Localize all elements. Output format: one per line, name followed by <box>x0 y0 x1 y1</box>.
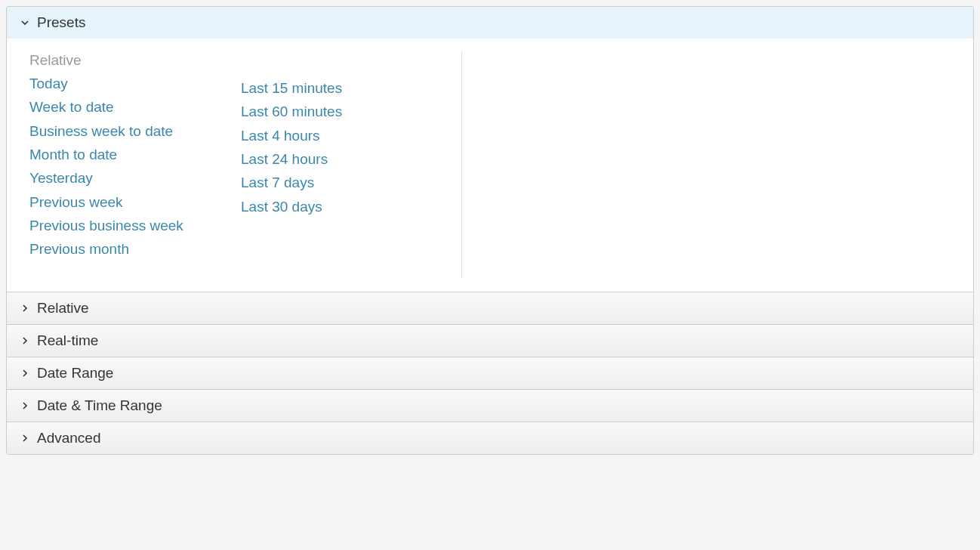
preset-previous-month[interactable]: Previous month <box>29 237 129 261</box>
presets-column-1: Relative Today Week to date Business wee… <box>29 52 241 261</box>
presets-section-header[interactable]: Presets <box>7 7 973 39</box>
preset-last-7-days[interactable]: Last 7 days <box>241 171 314 194</box>
realtime-section-header[interactable]: Real-time <box>7 324 973 357</box>
presets-column-2: Last 15 minutes Last 60 minutes Last 4 h… <box>241 52 452 261</box>
relative-section-header[interactable]: Relative <box>7 292 973 324</box>
chevron-down-icon <box>19 17 31 29</box>
datetimerange-section-title: Date & Time Range <box>37 397 162 414</box>
chevron-right-icon <box>19 432 31 444</box>
preset-week-to-date[interactable]: Week to date <box>29 95 114 119</box>
preset-yesterday[interactable]: Yesterday <box>29 166 93 190</box>
chevron-right-icon <box>19 400 31 412</box>
time-range-picker-panel: Presets Relative Today Week to date Busi… <box>6 6 974 455</box>
preset-last-60-minutes[interactable]: Last 60 minutes <box>241 100 342 123</box>
datetimerange-section-header[interactable]: Date & Time Range <box>7 389 973 422</box>
daterange-section-title: Date Range <box>37 365 113 382</box>
presets-group-label: Relative <box>29 52 241 69</box>
preset-today[interactable]: Today <box>29 72 68 95</box>
chevron-right-icon <box>19 302 31 314</box>
preset-previous-week[interactable]: Previous week <box>29 190 123 214</box>
preset-previous-business-week[interactable]: Previous business week <box>29 214 183 237</box>
advanced-section-title: Advanced <box>37 430 101 446</box>
chevron-right-icon <box>19 367 31 379</box>
preset-last-4-hours[interactable]: Last 4 hours <box>241 124 320 147</box>
preset-last-24-hours[interactable]: Last 24 hours <box>241 147 328 171</box>
presets-section-body: Relative Today Week to date Business wee… <box>7 39 973 292</box>
presets-section-title: Presets <box>37 14 85 31</box>
advanced-section-header[interactable]: Advanced <box>7 422 973 454</box>
preset-last-30-days[interactable]: Last 30 days <box>241 195 322 218</box>
preset-last-15-minutes[interactable]: Last 15 minutes <box>241 76 342 100</box>
preset-business-week-to-date[interactable]: Business week to date <box>29 119 173 143</box>
daterange-section-header[interactable]: Date Range <box>7 357 973 389</box>
relative-section-title: Relative <box>37 300 89 317</box>
preset-month-to-date[interactable]: Month to date <box>29 143 117 166</box>
chevron-right-icon <box>19 335 31 347</box>
realtime-section-title: Real-time <box>37 332 98 349</box>
